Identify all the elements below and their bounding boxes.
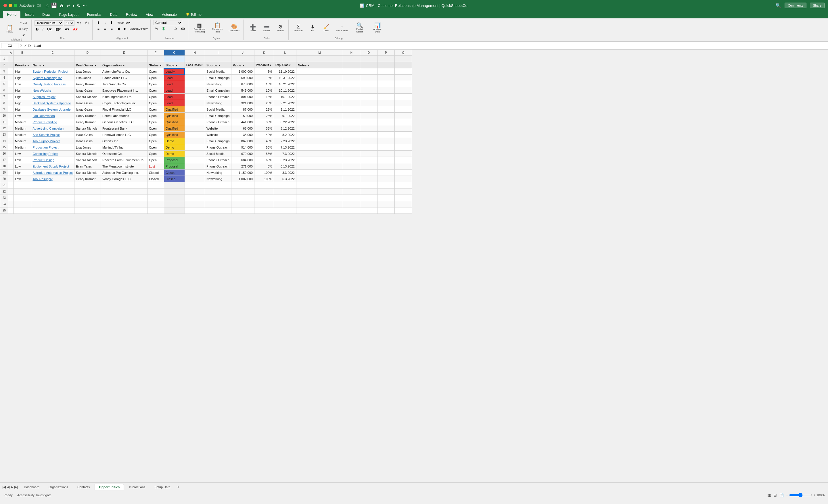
cell-L21[interactable] bbox=[274, 182, 296, 188]
cell-I5[interactable]: Networking bbox=[205, 81, 231, 87]
align-middle-button[interactable]: ↕ bbox=[102, 20, 108, 25]
cell-L1[interactable] bbox=[274, 56, 296, 62]
cell-N14[interactable] bbox=[343, 138, 360, 144]
cell-N25[interactable] bbox=[343, 208, 360, 214]
cell-G21[interactable] bbox=[164, 182, 184, 188]
row-header-23[interactable]: 23 bbox=[0, 195, 8, 201]
align-center-button[interactable]: ≡ bbox=[102, 26, 108, 31]
cell-D2[interactable]: Deal Owner ▼ bbox=[74, 62, 100, 68]
cell-O3[interactable] bbox=[360, 68, 377, 75]
cell-A13[interactable] bbox=[8, 132, 13, 138]
cell-P11[interactable] bbox=[377, 119, 395, 125]
cell-D23[interactable] bbox=[74, 195, 100, 201]
cell-A1[interactable] bbox=[8, 56, 13, 62]
cell-K24[interactable] bbox=[254, 201, 274, 208]
find-select-button[interactable]: 🔍 Find & Select bbox=[351, 20, 368, 36]
cell-G3[interactable]: Lead ▾ bbox=[164, 68, 184, 75]
cell-A10[interactable] bbox=[8, 112, 13, 119]
row-header-6[interactable]: 6 bbox=[0, 87, 8, 94]
cell-K25[interactable] bbox=[254, 208, 274, 214]
cell-K13[interactable]: 40% bbox=[254, 132, 274, 138]
cell-Q9[interactable] bbox=[395, 106, 412, 112]
cell-I6[interactable]: Email Campaign bbox=[205, 87, 231, 94]
cell-P9[interactable] bbox=[377, 106, 395, 112]
autosave-toggle[interactable]: Off bbox=[37, 4, 41, 7]
cell-A4[interactable] bbox=[8, 75, 13, 81]
undo-dropdown-icon[interactable]: ▾ bbox=[73, 3, 75, 8]
cell-H2[interactable]: Loss Reas▼ bbox=[184, 62, 205, 68]
cell-L11[interactable]: 8.22.2022 bbox=[274, 119, 296, 125]
cell-Q6[interactable] bbox=[395, 87, 412, 94]
cell-I17[interactable]: Phone Outreach bbox=[205, 157, 231, 163]
cell-O24[interactable] bbox=[360, 201, 377, 208]
zoom-slider[interactable] bbox=[789, 493, 812, 497]
row-header-15[interactable]: 15 bbox=[0, 144, 8, 150]
cell-M13[interactable] bbox=[296, 132, 343, 138]
cell-C25[interactable] bbox=[31, 208, 74, 214]
cell-M24[interactable] bbox=[296, 201, 343, 208]
cell-B1[interactable] bbox=[13, 56, 31, 62]
cell-P15[interactable] bbox=[377, 144, 395, 150]
cell-Q3[interactable] bbox=[395, 68, 412, 75]
cell-N13[interactable] bbox=[343, 132, 360, 138]
cell-Q11[interactable] bbox=[395, 119, 412, 125]
cut-button[interactable]: ✂ Cut bbox=[17, 20, 30, 25]
nav-last-icon[interactable]: ▶| bbox=[14, 485, 18, 489]
cell-E2[interactable]: Organization ▼ bbox=[100, 62, 147, 68]
cell-I23[interactable] bbox=[205, 195, 231, 201]
cell-L15[interactable]: 7.13.2022 bbox=[274, 144, 296, 150]
cell-N17[interactable] bbox=[343, 157, 360, 163]
cell-C5[interactable]: Quality Testing Process bbox=[31, 81, 74, 87]
cell-E6[interactable]: Execuvee Placement Inc. bbox=[100, 87, 147, 94]
cell-K6[interactable]: 10% bbox=[254, 87, 274, 94]
cell-G17[interactable]: Proposal bbox=[164, 157, 184, 163]
cell-F3[interactable]: Open bbox=[147, 68, 164, 75]
increase-decimal-btn[interactable]: .0 bbox=[172, 27, 178, 31]
cell-G20[interactable]: Closed bbox=[164, 176, 184, 182]
cell-I24[interactable] bbox=[205, 201, 231, 208]
cell-G16[interactable]: Demo bbox=[164, 150, 184, 157]
cell-D4[interactable]: Lisa Jones bbox=[74, 75, 100, 81]
cell-G9[interactable]: Qualified bbox=[164, 106, 184, 112]
cell-C19[interactable]: Astrodeo Automation Project bbox=[31, 170, 74, 176]
cell-G6[interactable]: Lead bbox=[164, 87, 184, 94]
cell-E17[interactable]: Roocero Farm Equipment Co. bbox=[100, 157, 147, 163]
cell-O23[interactable] bbox=[360, 195, 377, 201]
cell-K17[interactable]: 65% bbox=[254, 157, 274, 163]
cell-I9[interactable]: Social Media bbox=[205, 106, 231, 112]
cell-P8[interactable] bbox=[377, 100, 395, 106]
zoom-in-icon[interactable]: + bbox=[813, 493, 815, 497]
cell-O20[interactable] bbox=[360, 176, 377, 182]
cell-F12[interactable]: Open bbox=[147, 125, 164, 132]
cell-F11[interactable]: Open bbox=[147, 119, 164, 125]
cell-N21[interactable] bbox=[343, 182, 360, 188]
cell-K12[interactable]: 35% bbox=[254, 125, 274, 132]
cell-M5[interactable] bbox=[296, 81, 343, 87]
cell-E11[interactable]: Genous Genetics LLC bbox=[100, 119, 147, 125]
cell-I16[interactable]: Social Media bbox=[205, 150, 231, 157]
cell-H10[interactable] bbox=[184, 112, 205, 119]
cell-A15[interactable] bbox=[8, 144, 13, 150]
cell-B24[interactable] bbox=[13, 201, 31, 208]
cell-D21[interactable] bbox=[74, 182, 100, 188]
cell-N10[interactable] bbox=[343, 112, 360, 119]
cell-F15[interactable]: Open bbox=[147, 144, 164, 150]
cell-G14[interactable]: Demo bbox=[164, 138, 184, 144]
tab-page-layout[interactable]: Page Layout bbox=[55, 11, 82, 18]
cell-C4[interactable]: System Redesign #2 bbox=[31, 75, 74, 81]
col-header-F[interactable]: F bbox=[147, 50, 164, 56]
search-icon[interactable]: 🔍 bbox=[775, 3, 781, 8]
cell-B5[interactable]: Low bbox=[13, 81, 31, 87]
cell-O22[interactable] bbox=[360, 188, 377, 195]
cell-G18[interactable]: Proposal bbox=[164, 163, 184, 170]
cell-D5[interactable]: Henry Kramer bbox=[74, 81, 100, 87]
cell-P14[interactable] bbox=[377, 138, 395, 144]
cell-H16[interactable] bbox=[184, 150, 205, 157]
cell-D24[interactable] bbox=[74, 201, 100, 208]
cell-J9[interactable]: 87.000 bbox=[231, 106, 254, 112]
row-header-21[interactable]: 21 bbox=[0, 182, 8, 188]
cell-G24[interactable] bbox=[164, 201, 184, 208]
row-header-17[interactable]: 17 bbox=[0, 157, 8, 163]
cell-J7[interactable]: 801.000 bbox=[231, 94, 254, 100]
cell-C17[interactable]: Product Design bbox=[31, 157, 74, 163]
